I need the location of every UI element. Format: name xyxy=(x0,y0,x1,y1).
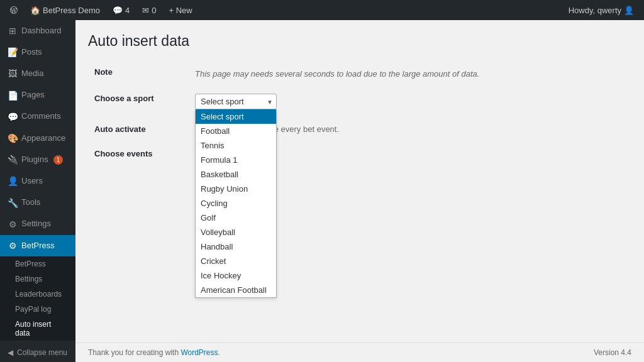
adminbar-site-name[interactable]: 🏠 BetPress Demo xyxy=(25,0,105,20)
dropdown-option-golf[interactable]: Golf xyxy=(196,211,276,225)
sidebar-item-settings[interactable]: ⚙ Settings xyxy=(0,214,75,235)
insert-button-row: Insert data xyxy=(88,166,631,199)
sidebar-subitem-paypal-log[interactable]: PayPal log xyxy=(0,302,75,317)
sidebar-item-posts[interactable]: 📝 Posts xyxy=(0,41,75,63)
dropdown-option-basketball[interactable]: Basketball xyxy=(196,167,276,182)
collapse-menu-button[interactable]: ◀ Collapse menu xyxy=(0,343,75,362)
comments-icon: 💬 xyxy=(8,111,18,123)
footer-version: Version 4.4 xyxy=(594,348,631,357)
auto-activate-row: Auto activate ed to manually activate ev… xyxy=(88,117,631,141)
tools-icon: 🔧 xyxy=(8,197,18,209)
dashboard-icon: ⊞ xyxy=(8,25,18,36)
sidebar-subitem-bettings[interactable]: Bettings xyxy=(0,272,75,287)
main-layout: ⊞ Dashboard 📝 Posts 🖼 Media 📄 Pages 💬 Co… xyxy=(0,20,644,362)
adminbar-comments[interactable]: 💬 4 xyxy=(108,0,135,20)
choose-sport-label: Choose a sport xyxy=(88,86,189,117)
choose-sport-row: Choose a sport Select sport ▼ xyxy=(88,86,631,117)
dropdown-option-american-football[interactable]: American Football xyxy=(196,283,276,297)
admin-bar: 🏠 BetPress Demo 💬 4 ✉ 0 + New Howdy, qwe… xyxy=(0,0,644,20)
sidebar-subitem-leaderboards[interactable]: Leaderboards xyxy=(0,287,75,302)
comment-icon: 💬 xyxy=(113,6,123,15)
content-wrapper: Auto insert data Note This page may need… xyxy=(75,20,644,362)
note-row: Note This page may needs several seconds… xyxy=(88,60,631,86)
dropdown-option-football[interactable]: Football xyxy=(196,124,276,138)
appearance-icon: 🎨 xyxy=(8,133,18,144)
dropdown-option-motorcycling[interactable]: Motorcycling xyxy=(196,297,276,298)
sidebar-subitem-betpress[interactable]: BetPress xyxy=(0,256,75,272)
sidebar-subitem-auto-insert[interactable]: Auto insert data xyxy=(0,317,75,341)
auto-activate-label: Auto activate xyxy=(88,117,189,141)
dropdown-option-handball[interactable]: Handball xyxy=(196,239,276,254)
media-icon: 🖼 xyxy=(8,68,18,79)
footer-thanks: Thank you for creating with WordPress. xyxy=(88,348,220,357)
collapse-icon: ◀ xyxy=(8,348,13,357)
admin-sidebar: ⊞ Dashboard 📝 Posts 🖼 Media 📄 Pages 💬 Co… xyxy=(0,20,75,362)
footer-wp-link[interactable]: WordPress xyxy=(180,348,218,357)
sidebar-item-plugins[interactable]: 🔌 Plugins 1 xyxy=(0,149,75,170)
adminbar-messages[interactable]: ✉ 0 xyxy=(137,0,161,20)
form-table: Note This page may needs several seconds… xyxy=(88,60,631,199)
sidebar-item-comments[interactable]: 💬 Comments xyxy=(0,106,75,128)
message-icon: ✉ xyxy=(142,6,149,15)
footer: Thank you for creating with WordPress. V… xyxy=(75,343,644,362)
dropdown-option-rugby-union[interactable]: Rugby Union xyxy=(196,182,276,196)
sport-select-wrapper: Select sport ▼ xyxy=(195,94,277,109)
dropdown-option-formula1[interactable]: Formula 1 xyxy=(196,153,276,167)
sidebar-item-pages[interactable]: 📄 Pages xyxy=(0,85,75,106)
dropdown-option-volleyball[interactable]: Volleyball xyxy=(196,225,276,239)
plugins-badge: 1 xyxy=(53,155,64,165)
betpress-icon: ⚙ xyxy=(8,240,18,251)
posts-icon: 📝 xyxy=(8,47,18,58)
dropdown-option-select[interactable]: Select sport xyxy=(196,109,276,124)
sidebar-item-appearance[interactable]: 🎨 Appearance xyxy=(0,128,75,149)
adminbar-howdy[interactable]: Howdy, qwerty 👤 xyxy=(564,0,639,20)
dropdown-option-ice-hockey[interactable]: Ice Hockey xyxy=(196,268,276,283)
choose-events-label: Choose events xyxy=(88,141,189,166)
pages-icon: 📄 xyxy=(8,90,18,101)
sidebar-item-tools[interactable]: 🔧 Tools xyxy=(0,192,75,214)
dropdown-option-cricket[interactable]: Cricket xyxy=(196,254,276,268)
betpress-section: ⚙ BetPress BetPress Bettings Leaderboard… xyxy=(0,235,75,341)
page-title: Auto insert data xyxy=(88,33,631,50)
sport-dropdown[interactable]: Select sport Football Tennis Formula 1 B… xyxy=(195,109,277,298)
wp-icon: 🏠 xyxy=(30,6,40,15)
plugins-icon: 🔌 xyxy=(8,154,18,165)
adminbar-right: Howdy, qwerty 👤 xyxy=(564,0,639,20)
user-icon: 👤 xyxy=(624,6,634,15)
sidebar-item-media[interactable]: 🖼 Media xyxy=(0,63,75,84)
dropdown-option-cycling[interactable]: Cycling xyxy=(196,196,276,211)
dropdown-option-tennis[interactable]: Tennis xyxy=(196,138,276,153)
sidebar-item-users[interactable]: 👤 Users xyxy=(0,170,75,192)
choose-events-row: Choose events xyxy=(88,141,631,166)
wp-logo[interactable] xyxy=(5,0,23,20)
settings-icon: ⚙ xyxy=(8,219,18,230)
sport-select-container: Select sport ▼ Select sport Football Ten… xyxy=(195,94,277,109)
content-area: Auto insert data Note This page may need… xyxy=(75,20,644,343)
users-icon: 👤 xyxy=(8,175,18,187)
sidebar-item-dashboard[interactable]: ⊞ Dashboard xyxy=(0,20,75,41)
sidebar-item-betpress[interactable]: ⚙ BetPress xyxy=(0,235,75,256)
note-label: Note xyxy=(88,60,189,86)
note-text: This page may needs several seconds to l… xyxy=(195,67,625,79)
adminbar-new[interactable]: + New xyxy=(164,0,197,20)
sport-select[interactable]: Select sport xyxy=(195,94,277,109)
